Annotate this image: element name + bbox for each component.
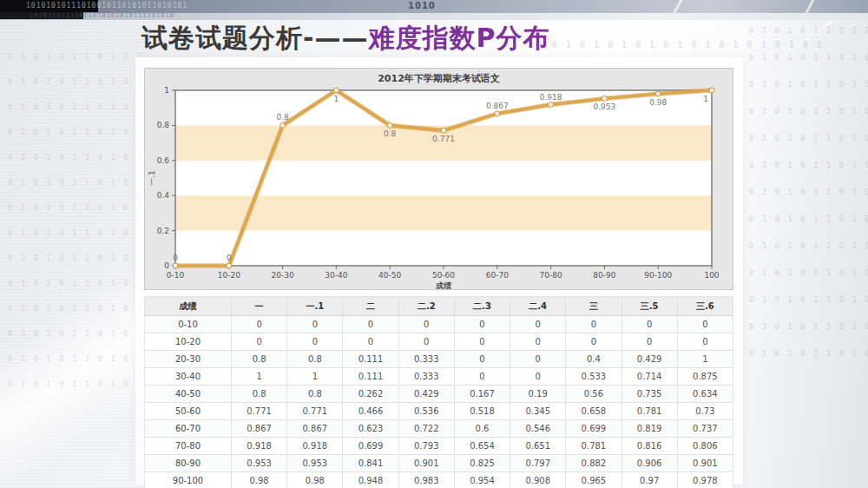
table-cell: 0 [343,316,398,333]
page-title: 试卷试题分析-——难度指数P分布 [141,21,549,56]
table-cell: 0.714 [621,368,677,386]
binary-watermark-line: 1 0 1 0 1 0 1 1 0 1 0 1 0 0 1 0 1 1 0 1 … [0,77,146,86]
table-cell: 0.771 [287,403,343,420]
table-cell: 0.8 [287,386,343,403]
table-cell: 0.797 [510,455,566,472]
table-cell: 1 [677,351,733,368]
table-cell: 0.19 [510,386,566,403]
y-tick-label: 0.8 [157,121,170,129]
table-cell: 0.953 [232,455,287,472]
table-cell: 0.806 [677,438,733,455]
table-cell: 0.781 [566,438,621,455]
row-header: 10-20 [145,333,232,351]
x-tick-label: 0-10 [167,271,185,280]
table-cell: 0.167 [454,386,510,403]
table-cell: 0.735 [621,386,677,403]
binary-watermark-line: 1 0 1 0 1 0 1 1 0 1 0 1 0 0 1 0 1 1 0 1 … [740,80,868,89]
binary-watermark-line: 1 0 1 0 1 0 1 1 0 1 0 1 0 0 1 0 1 1 0 1 … [740,268,868,277]
x-tick-label: 100 [704,271,719,280]
table-cell: 0.825 [454,455,510,472]
table-cell: 0 [510,351,566,368]
binary-watermark-line: 1 0 1 0 1 0 1 1 0 1 0 1 0 0 1 0 1 1 0 1 … [0,254,146,262]
table-cell: 0 [677,333,733,351]
table-cell: 0.771 [232,403,287,420]
data-point [387,122,392,128]
data-label: 0.918 [540,93,562,102]
table-cell: 1 [232,368,287,386]
table-cell: 0.901 [398,455,454,472]
table-cell: 0.841 [343,455,398,472]
table-cell: 0.875 [677,368,733,386]
y-tick-label: 1 [164,86,169,95]
table-row: 90-1000.980.980.9480.9830.9540.9080.9650… [145,472,733,488]
row-header: 50-60 [145,403,232,420]
table-cell: 0.699 [566,420,621,438]
table-cell: 0 [621,316,677,333]
table-cell: 0.8 [287,351,343,368]
table-cell: 0.867 [232,420,287,438]
table-cell: 0.882 [566,455,621,472]
data-label: 0.98 [649,98,667,107]
data-point [173,263,178,268]
page-title-dark-part: 试卷试题分析-—— [141,23,368,53]
table-cell: 0 [398,316,454,333]
x-tick-label: 30-40 [325,271,347,280]
table-cell: 0.965 [566,472,621,488]
binary-watermark-line: 1 0 1 0 1 0 1 1 0 1 0 1 0 0 1 0 1 1 0 1 … [740,322,868,331]
row-header: 80-90 [145,455,232,472]
table-cell: 0.111 [343,351,398,368]
table-cell: 0.978 [677,472,733,488]
row-header: 0-10 [145,316,232,333]
table-cell: 0.429 [398,386,454,403]
column-header: 二.4 [510,297,566,316]
data-point [333,88,339,93]
x-tick-label: 70-80 [540,271,562,280]
table-cell: 0.658 [566,403,621,420]
binary-watermark-line: 1 0 1 0 1 0 1 1 0 1 0 1 0 0 1 0 1 1 0 1 … [740,107,868,115]
banner-center-text: 1010 [408,1,436,10]
data-label: 0.867 [486,102,509,110]
table-cell: 0.699 [343,438,398,455]
title-row-binary: 1 0 1 0 1 0 1 0 1 0 1 0 1 0 1 0 1 0 1 0 … [538,40,868,49]
table-cell: 0.654 [454,438,510,455]
table-cell: 0.954 [454,472,510,488]
table-cell: 0 [287,316,343,333]
binary-watermark-line: 1 0 1 0 1 0 1 1 0 1 0 1 0 0 1 0 1 1 0 1 … [0,52,146,61]
binary-watermark-line: 1 0 1 0 1 0 1 1 0 1 0 1 0 0 1 0 1 1 0 1 … [0,228,146,237]
table-cell: 0.6 [454,420,510,438]
table-cell: 0.623 [343,420,398,438]
data-point [549,102,554,108]
y-tick-label: 0.6 [157,156,170,165]
binary-watermark-line: 1 0 1 0 1 0 1 1 0 1 0 1 0 0 1 0 1 1 0 1 … [740,134,868,142]
difficulty-line-chart: 2012年下学期期末考试语文00.20.40.60.810-1010-2020-… [144,68,733,290]
data-point [709,88,714,93]
data-point [602,96,607,101]
data-label: 1 [334,95,339,103]
table-row: 10-20000000000 [145,333,733,351]
score-table: 成绩一一.1二二.2二.3二.4三三.5三.6 0-1000000000010-… [144,296,733,488]
binary-watermark-left: 1 0 1 0 1 0 1 1 0 1 0 1 0 0 1 0 1 1 0 1 … [0,52,146,417]
column-header: 一.1 [287,297,343,316]
banner-binary-text: 10101010111010010110101011010101 [26,2,399,10]
table-cell: 0 [566,316,621,333]
table-cell: 0 [566,333,621,351]
binary-watermark-line: 1 0 1 0 1 0 1 1 0 1 0 1 0 0 1 0 1 1 0 1 … [740,161,868,169]
x-tick-label: 20-30 [272,271,294,280]
table-cell: 0.56 [566,386,621,403]
table-cell: 0.546 [510,420,566,438]
chart-title: 2012年下学期期末考试语文 [378,73,500,84]
column-header: 三.6 [677,297,733,316]
table-cell: 0.111 [343,368,398,386]
y-tick-label: 0 [164,261,169,270]
binary-watermark-line: 1 0 1 0 1 0 1 1 0 1 0 1 0 0 1 0 1 1 0 1 … [0,203,146,212]
data-label: 0 [173,254,178,262]
table-cell: 0.737 [677,420,733,438]
chart-canvas: 2012年下学期期末考试语文00.20.40.60.810-1010-2020-… [145,69,733,289]
table-cell: 0.948 [343,472,398,488]
data-label: 0.771 [432,135,455,143]
table-cell: 0 [454,351,510,368]
table-cell: 0.262 [343,386,398,403]
table-cell: 0.793 [398,438,454,455]
data-point [441,128,446,133]
binary-watermark-line: 1 0 1 0 1 0 1 1 0 1 0 1 0 0 1 0 1 1 0 1 … [740,214,868,223]
